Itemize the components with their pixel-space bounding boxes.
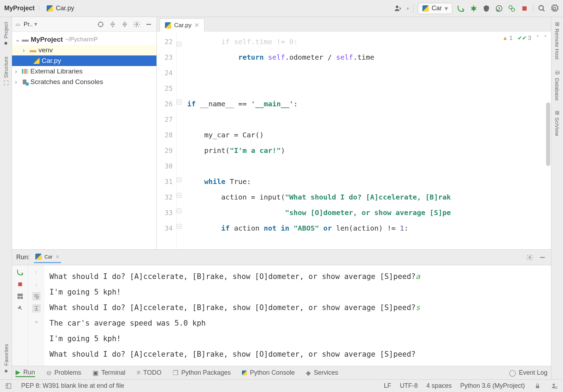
up-icon[interactable]: ↑ — [32, 268, 41, 277]
project-panel-title[interactable]: Pr..▾ — [24, 20, 93, 28]
tab-terminal[interactable]: ▣Terminal — [93, 369, 125, 377]
inspection-badges[interactable]: ▲1 ✔✔3 ˄ ˅ — [502, 35, 547, 41]
remote-host-tool-tab[interactable]: ⊞Remote Host — [554, 20, 561, 61]
svg-rect-25 — [17, 294, 23, 296]
lock-icon[interactable] — [533, 382, 542, 390]
layout-icon[interactable] — [16, 292, 24, 301]
code-text[interactable]: if self.time != 0: return self.odometer … — [183, 32, 551, 249]
editor-area: Car.py ✕ 22 23 24 25 26▶ 27 28 29 30 — [157, 17, 551, 249]
database-tool-tab[interactable]: ⛁Database — [554, 68, 561, 102]
tool-windows-icon[interactable] — [4, 382, 13, 390]
editor-tab[interactable]: Car.py ✕ — [160, 18, 205, 32]
stop-icon[interactable] — [16, 280, 24, 289]
tree-root[interactable]: ⌄ ▬ MyProject ~/PycharmP — [12, 34, 156, 45]
prev-highlight-icon[interactable]: ˄ — [536, 35, 539, 41]
tree-item-scratches[interactable]: › Scratches and Consoles — [12, 77, 156, 87]
python-file-icon — [165, 22, 171, 29]
tab-event-log[interactable]: ◯Event Log — [509, 369, 547, 377]
locate-icon[interactable] — [96, 20, 105, 29]
hide-icon[interactable] — [538, 253, 547, 262]
tree-item-venv[interactable]: › ▬ venv — [12, 45, 156, 55]
tree-label: venv — [38, 46, 53, 54]
tab-run[interactable]: ▶Run — [16, 368, 35, 377]
tab-problems[interactable]: ⊖Problems — [46, 369, 81, 377]
close-icon[interactable]: ✕ — [194, 22, 199, 29]
project-tool-tab[interactable]: ■Project — [3, 20, 9, 48]
project-tree[interactable]: ⌄ ▬ MyProject ~/PycharmP › ▬ venv Car.py — [12, 32, 156, 249]
status-interpreter[interactable]: Python 3.6 (MyProject) — [460, 382, 525, 390]
separator — [413, 4, 414, 13]
collapse-all-icon[interactable] — [120, 20, 129, 29]
run-tab[interactable]: Car ✕ — [34, 251, 61, 263]
svg-point-12 — [539, 5, 544, 10]
tab-python-packages[interactable]: ❒Python Packages — [173, 369, 231, 377]
separator — [533, 4, 533, 13]
status-indent[interactable]: 4 spaces — [426, 382, 452, 390]
search-button[interactable] — [538, 4, 546, 13]
fold-column[interactable]: – – – – – – — [177, 32, 183, 249]
run-configuration-selector[interactable]: Car ▾ — [418, 3, 452, 14]
tree-item-car[interactable]: Car.py — [12, 55, 156, 66]
pin-icon[interactable] — [16, 304, 24, 313]
close-icon[interactable]: ✕ — [55, 254, 60, 260]
run-button[interactable] — [457, 4, 465, 13]
down-icon[interactable]: ↓ — [32, 280, 41, 289]
status-encoding[interactable]: UTF-8 — [400, 382, 418, 390]
breadcrumb[interactable]: MyProject 〉 Car.py — [4, 4, 74, 13]
favorites-tool-tab[interactable]: ★Favorites — [3, 343, 9, 376]
check-badge[interactable]: ✔✔3 — [517, 35, 531, 41]
scroll-to-end-icon[interactable] — [32, 304, 41, 313]
warning-badge[interactable]: ▲1 — [502, 35, 512, 41]
status-line-separator[interactable]: LF — [384, 382, 391, 390]
editor-gutter[interactable]: 22 23 24 25 26▶ 27 28 29 30 31 32 33 34 — [157, 32, 177, 249]
editor-content[interactable]: 22 23 24 25 26▶ 27 28 29 30 31 32 33 34 — [157, 32, 551, 249]
vertical-scrollbar[interactable] — [546, 102, 550, 166]
tree-item-external-libraries[interactable]: › External Libraries — [12, 66, 156, 77]
user-icon[interactable] — [394, 4, 402, 13]
project-panel-header: ▭ Pr..▾ — [12, 17, 156, 32]
gear-icon[interactable] — [526, 253, 534, 262]
libraries-icon — [22, 69, 28, 74]
svg-line-13 — [543, 9, 545, 11]
status-message: PEP 8: W391 blank line at end of file — [21, 382, 124, 390]
profile-button[interactable]: ▶ — [495, 4, 503, 13]
svg-line-4 — [471, 7, 472, 8]
sciview-tool-tab[interactable]: ⊞SciView — [554, 109, 561, 137]
gear-icon[interactable] — [132, 20, 141, 29]
run-label: Run: — [16, 254, 30, 261]
svg-point-14 — [98, 22, 103, 26]
svg-point-19 — [136, 23, 138, 25]
debug-button[interactable] — [469, 4, 478, 13]
breadcrumb-project[interactable]: MyProject — [4, 5, 35, 12]
chevron-down-icon: ▾ — [445, 5, 448, 12]
run-output[interactable]: What should I do? [A]ccelerate, [B]rake,… — [45, 265, 551, 366]
coverage-button[interactable] — [482, 4, 491, 13]
fold-marker-icon[interactable]: – — [177, 100, 182, 105]
concurrency-button[interactable] — [508, 4, 516, 13]
python-file-icon — [47, 5, 53, 12]
breadcrumb-file[interactable]: Car.py — [56, 5, 74, 12]
fold-marker-icon[interactable]: – — [177, 224, 182, 229]
fold-marker-icon[interactable]: – — [177, 42, 182, 47]
fold-marker-icon[interactable]: – — [177, 193, 182, 198]
structure-tool-tab[interactable]: ⛶Structure — [3, 55, 9, 87]
svg-line-6 — [471, 9, 472, 10]
chevron-down-icon[interactable]: ▾ — [407, 6, 409, 11]
rerun-icon[interactable] — [16, 268, 24, 277]
expand-all-icon[interactable] — [108, 20, 117, 29]
settings-button[interactable] — [550, 4, 559, 13]
scratches-icon — [22, 79, 28, 85]
stop-button[interactable] — [520, 4, 529, 13]
fold-marker-icon[interactable]: – — [177, 177, 182, 182]
hide-icon[interactable] — [144, 20, 153, 29]
fold-marker-icon[interactable]: – — [177, 208, 182, 213]
python-icon — [422, 5, 429, 12]
next-highlight-icon[interactable]: ˅ — [544, 35, 547, 41]
ide-status-icon[interactable] — [550, 382, 559, 390]
tab-python-console[interactable]: Python Console — [242, 369, 295, 376]
svg-rect-11 — [522, 6, 527, 11]
tab-todo[interactable]: ≡TODO — [137, 369, 161, 376]
tab-services[interactable]: ◆Services — [306, 369, 338, 377]
more-icon[interactable]: » — [35, 319, 38, 325]
soft-wrap-icon[interactable] — [32, 292, 41, 301]
